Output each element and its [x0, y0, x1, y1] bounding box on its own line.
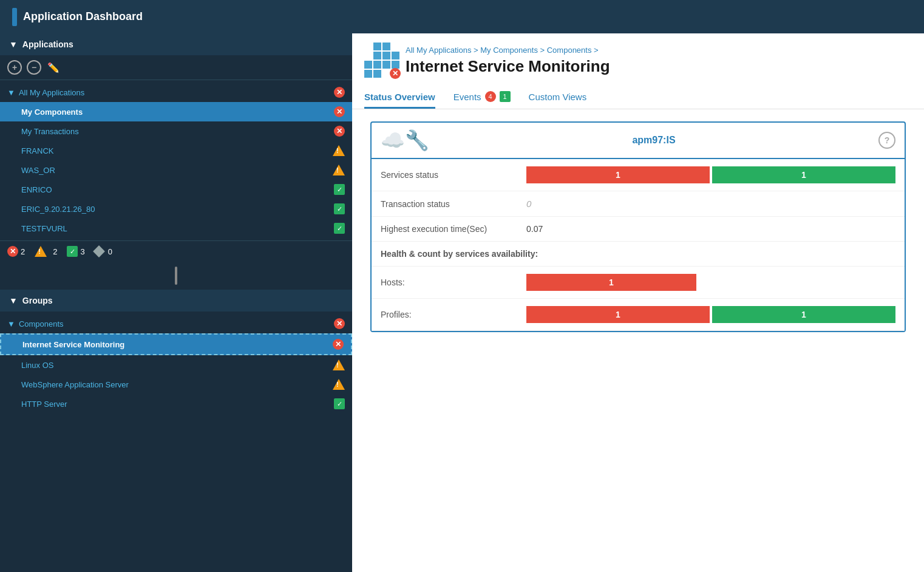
sidebar-item-all-my-applications[interactable]: ▼ All My Applications ✕ — [0, 83, 352, 102]
hosts-red-bar: 1 — [526, 274, 696, 291]
content-header: ✕ All My Applications > My Components > … — [352, 33, 924, 109]
internet-service-label: Internet Service Monitoring — [22, 340, 124, 349]
tab-status-overview-label: Status Overview — [364, 92, 435, 102]
add-button[interactable]: + — [7, 60, 22, 75]
sidebar-item-was-or[interactable]: WAS_OR — [0, 160, 352, 180]
health-label: Health & count by services availability: — [381, 249, 538, 259]
linux-os-label: Linux OS — [21, 361, 53, 370]
breadcrumb-sep3: > — [594, 46, 599, 55]
components-status-icon: ✕ — [334, 318, 345, 329]
logo-error-icon: ✕ — [390, 68, 401, 79]
summary-red-count: 2 — [21, 247, 25, 256]
groups-label: Groups — [22, 296, 53, 305]
profiles-label: Profiles: — [381, 310, 514, 319]
sidebar-item-internet-service[interactable]: Internet Service Monitoring ✕ — [0, 333, 352, 355]
agent-card: ☁️🔧 apm97:IS ? Services status 1 1 — [370, 121, 906, 332]
summary-red-icon: ✕ — [7, 246, 18, 257]
tab-events-label: Events — [454, 92, 481, 102]
summary-green-count: 3 — [80, 247, 84, 256]
content-area: ✕ All My Applications > My Components > … — [352, 33, 924, 572]
agent-cloud-icon: ☁️🔧 — [381, 129, 429, 152]
groups-section-header[interactable]: ▼ Groups — [0, 290, 352, 312]
eric-status-icon: ✓ — [334, 203, 345, 214]
summary-warn: 2 — [35, 246, 57, 257]
breadcrumb-my-components[interactable]: My Components — [480, 46, 538, 55]
health-label-row: Health & count by services availability: — [372, 242, 905, 267]
profiles-green-bar: 1 — [712, 306, 895, 323]
sidebar-item-franck[interactable]: FRANCK — [0, 141, 352, 160]
services-status-label: Services status — [381, 170, 514, 180]
breadcrumb-row: ✕ All My Applications > My Components > … — [364, 43, 912, 79]
sidebar-toolbar: + − ✏️ — [0, 55, 352, 80]
breadcrumb-text: All My Applications > My Components > Co… — [406, 46, 912, 76]
page-title: Internet Service Monitoring — [406, 57, 912, 76]
transaction-status-label: Transaction status — [381, 199, 514, 209]
components-label: Components — [19, 319, 64, 329]
summary-diamond-icon — [93, 245, 105, 257]
remove-button[interactable]: − — [27, 60, 41, 75]
http-server-label: HTTP Server — [21, 400, 67, 409]
franck-status-icon — [333, 145, 345, 156]
websphere-status-icon — [333, 379, 345, 390]
services-status-row: Services status 1 1 — [372, 159, 905, 191]
summary-diamond: 0 — [95, 247, 112, 256]
linux-os-status-icon — [333, 359, 345, 370]
scroll-indicator — [175, 267, 177, 285]
transaction-status-value: 0 — [526, 199, 895, 209]
profiles-value: 1 1 — [526, 306, 895, 323]
highest-exec-value: 0.07 — [526, 224, 895, 234]
summary-warn-count: 2 — [53, 247, 57, 256]
tab-custom-views[interactable]: Custom Views — [529, 87, 587, 109]
sidebar-item-enrico[interactable]: ENRICO ✓ — [0, 180, 352, 199]
was-or-status-icon — [333, 165, 345, 175]
edit-button[interactable]: ✏️ — [46, 60, 61, 75]
groups-tree: ▼ Components ✕ Internet Service Monitori… — [0, 312, 352, 416]
franck-label: FRANCK — [21, 146, 53, 155]
breadcrumb-sep1: > — [474, 46, 480, 55]
summary-green-icon: ✓ — [67, 246, 78, 257]
collapse-chevron-icon: ▼ — [7, 88, 15, 97]
sidebar-item-my-components[interactable]: My Components ✕ — [0, 102, 352, 121]
services-bar: 1 1 — [526, 166, 895, 183]
scroll-indicator-area — [0, 262, 352, 290]
highest-exec-label: Highest execution time(Sec) — [381, 224, 514, 234]
tab-custom-views-label: Custom Views — [529, 92, 587, 102]
sidebar-item-components[interactable]: ▼ Components ✕ — [0, 314, 352, 333]
applications-section-header[interactable]: ▼ Applications — [0, 33, 352, 55]
breadcrumb-components[interactable]: Components — [547, 46, 592, 55]
services-green-bar: 1 — [712, 166, 895, 183]
profiles-row: Profiles: 1 1 — [372, 299, 905, 331]
highest-exec-row: Highest execution time(Sec) 0.07 — [372, 217, 905, 242]
agent-help-button[interactable]: ? — [878, 132, 895, 149]
my-components-status-icon: ✕ — [334, 106, 345, 117]
sidebar-item-eric[interactable]: ERIC_9.20.21.26_80 ✓ — [0, 199, 352, 219]
breadcrumb: All My Applications > My Components > Co… — [406, 46, 912, 55]
summary-red: ✕ 2 — [7, 246, 25, 257]
sidebar-item-websphere[interactable]: WebSphere Application Server — [0, 375, 352, 394]
tab-events[interactable]: Events 4 1 — [454, 86, 511, 109]
http-server-status-icon: ✓ — [334, 398, 345, 409]
websphere-label: WebSphere Application Server — [21, 380, 129, 389]
app-logo: ✕ — [364, 43, 401, 79]
applications-chevron-icon: ▼ — [9, 39, 18, 49]
hosts-label: Hosts: — [381, 277, 514, 287]
transaction-status-row: Transaction status 0 — [372, 191, 905, 217]
my-transactions-status-icon: ✕ — [334, 126, 345, 137]
internet-service-status-icon: ✕ — [333, 339, 344, 350]
sidebar-item-http-server[interactable]: HTTP Server ✓ — [0, 394, 352, 414]
applications-label: Applications — [22, 39, 73, 49]
sidebar-item-linux-os[interactable]: Linux OS — [0, 355, 352, 375]
summary-warn-icon — [35, 246, 47, 257]
groups-chevron-icon: ▼ — [9, 296, 18, 305]
tab-status-overview[interactable]: Status Overview — [364, 87, 435, 109]
app-header: Application Dashboard — [0, 0, 924, 33]
breadcrumb-all-my-apps[interactable]: All My Applications — [406, 46, 471, 55]
hosts-value: 1 — [526, 274, 895, 291]
sidebar-item-testfvurl[interactable]: TESTFVURL ✓ — [0, 219, 352, 238]
transaction-zero: 0 — [526, 199, 531, 209]
sidebar-item-my-transactions[interactable]: My Transactions ✕ — [0, 121, 352, 141]
testfvurl-label: TESTFVURL — [21, 224, 67, 233]
all-my-apps-label: All My Applications — [19, 88, 84, 97]
summary-green: ✓ 3 — [67, 246, 84, 257]
my-transactions-label: My Transactions — [21, 127, 79, 136]
